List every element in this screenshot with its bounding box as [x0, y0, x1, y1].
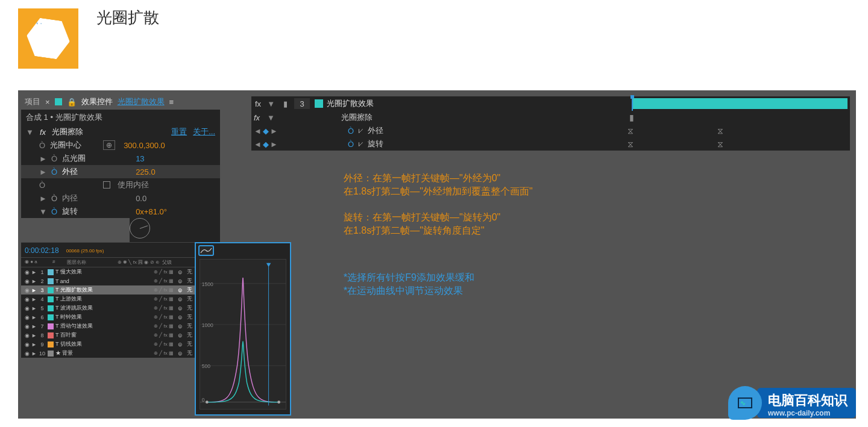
twirl-down-icon[interactable]: ▼: [39, 207, 46, 216]
graph-area[interactable]: 1500 1000 500 0: [200, 259, 286, 410]
layer-name[interactable]: T 时钟效果: [55, 313, 152, 321]
parent-select[interactable]: 无: [187, 313, 192, 321]
layer-row[interactable]: ◉ ► 6 T 时钟效果 ⊕ ╱ fx ▦ ⊚ 无: [21, 313, 196, 322]
keyframe-easy-ease-icon[interactable]: ⧖: [627, 140, 634, 148]
parent-select[interactable]: 无: [187, 349, 192, 357]
twirl-down-icon[interactable]: ▼: [267, 99, 275, 108]
visibility-icon[interactable]: ◉: [25, 351, 30, 357]
pickwhip-icon[interactable]: ⊚: [178, 314, 183, 320]
parent-select[interactable]: 无: [187, 277, 192, 285]
twirl-icon[interactable]: ►: [39, 167, 46, 176]
parent-select[interactable]: 无: [187, 268, 192, 276]
layer-switches[interactable]: ⊕ ╱ fx ▦: [154, 296, 174, 302]
twirl-icon[interactable]: ►: [31, 332, 37, 338]
keyframe-easy-ease-icon[interactable]: ⧖: [627, 127, 634, 134]
graph-editor-button[interactable]: [198, 245, 214, 256]
prop-value-center[interactable]: 300.0,300.0: [124, 141, 165, 150]
pickwhip-icon[interactable]: ⊚: [178, 287, 183, 293]
layer-row[interactable]: ◉ ► 3 T 光圈扩散效果 ⊕ ╱ fx ▦ ⊚ 无: [21, 285, 196, 295]
parent-select[interactable]: 无: [187, 286, 192, 294]
fx-badge[interactable]: fx: [254, 113, 267, 122]
layer-switches[interactable]: ⊕ ╱ fx ▦: [154, 332, 174, 338]
pickwhip-icon[interactable]: ⊚: [178, 278, 183, 284]
effect-name[interactable]: 光圈擦除: [341, 112, 373, 123]
twirl-icon[interactable]: ►: [31, 296, 37, 302]
reset-link[interactable]: 重置: [171, 126, 187, 137]
stopwatch-active-icon[interactable]: Ò: [348, 126, 354, 136]
pickwhip-icon[interactable]: ⊚: [178, 296, 183, 302]
layer-row[interactable]: ◉ ► 8 T 百叶窗 ⊕ ╱ fx ▦ ⊚ 无: [21, 331, 196, 340]
layer-name[interactable]: T 光圈扩散效果: [55, 286, 152, 294]
tab-project[interactable]: 项目: [25, 96, 40, 107]
keyframe-easy-ease-icon[interactable]: ⧖: [717, 127, 723, 134]
layer-name[interactable]: T 滑动匀速效果: [55, 322, 152, 330]
stopwatch-active-icon[interactable]: Ò: [51, 207, 57, 216]
layer-name[interactable]: T 波涛跳跃效果: [55, 304, 152, 312]
stopwatch-icon[interactable]: Ò: [51, 154, 57, 163]
layer-switches[interactable]: ⊕ ╱ fx ▦: [154, 269, 174, 275]
stopwatch-icon[interactable]: Ò: [39, 181, 45, 190]
layer-name[interactable]: T 百叶窗: [55, 331, 152, 339]
stopwatch-active-icon[interactable]: Ò: [348, 140, 354, 149]
layer-name[interactable]: T and: [55, 278, 152, 284]
close-icon[interactable]: ×: [45, 98, 50, 107]
twirl-icon[interactable]: ►: [31, 341, 37, 348]
twirl-icon[interactable]: ►: [39, 154, 46, 163]
rotation-dial[interactable]: [130, 218, 220, 242]
visibility-icon[interactable]: ◉: [25, 278, 30, 284]
parent-select[interactable]: 无: [187, 322, 192, 330]
kf-next-icon[interactable]: ►: [270, 140, 278, 149]
use-inner-checkbox[interactable]: [103, 181, 110, 189]
twirl-icon[interactable]: ►: [31, 287, 37, 293]
layer-row[interactable]: ◉ ► 10 ★ 背景 ⊕ ╱ fx ▦ ⊚ 无: [21, 349, 196, 358]
visibility-icon[interactable]: ◉: [25, 314, 30, 320]
visibility-icon[interactable]: ◉: [25, 341, 30, 348]
curve-icon[interactable]: ⩗: [357, 127, 364, 134]
prop-value-rotate[interactable]: 0x+81.0°: [136, 207, 167, 216]
kf-add-icon[interactable]: ◆: [263, 140, 269, 149]
crosshair-button[interactable]: ⊕: [103, 140, 115, 150]
curve-icon[interactable]: ⩗: [357, 140, 364, 148]
layer-name[interactable]: T 切线效果: [55, 340, 152, 348]
twirl-icon[interactable]: ►: [31, 314, 37, 320]
pickwhip-icon[interactable]: ⊚: [178, 269, 183, 275]
tab-effects[interactable]: 效果控件: [81, 96, 113, 107]
about-link[interactable]: 关于...: [193, 126, 215, 137]
parent-select[interactable]: 无: [187, 340, 192, 348]
pickwhip-icon[interactable]: ⊚: [178, 351, 183, 357]
parent-select[interactable]: 无: [187, 295, 192, 303]
layer-switches[interactable]: ⊕ ╱ fx ▦: [154, 278, 174, 284]
kf-next-icon[interactable]: ►: [270, 126, 278, 136]
twirl-down-icon[interactable]: ▼: [26, 128, 34, 137]
fx-column-icon[interactable]: fx: [251, 99, 265, 108]
twirl-icon[interactable]: ►: [31, 323, 37, 329]
layer-row[interactable]: ◉ ► 9 T 切线效果 ⊕ ╱ fx ▦ ⊚ 无: [21, 340, 196, 349]
active-comp-link[interactable]: 光圈扩散效果: [118, 96, 165, 107]
parent-select[interactable]: 无: [187, 331, 192, 339]
layer-switches[interactable]: ⊕ ╱ fx ▦: [154, 287, 174, 293]
layer-duration-bar[interactable]: [632, 98, 848, 109]
pickwhip-icon[interactable]: ⊚: [178, 323, 183, 329]
stopwatch-active-icon[interactable]: Ò: [51, 167, 57, 176]
visibility-icon[interactable]: ◉: [25, 323, 30, 329]
layer-row[interactable]: ◉ ► 7 T 滑动匀速效果 ⊕ ╱ fx ▦ ⊚ 无: [21, 322, 196, 331]
twirl-icon[interactable]: ►: [39, 194, 46, 203]
prop-value-points[interactable]: 13: [136, 154, 144, 163]
layer-switches[interactable]: ⊕ ╱ fx ▦: [154, 351, 174, 356]
panel-menu-icon[interactable]: ≡: [169, 98, 174, 107]
pickwhip-icon[interactable]: ⊚: [178, 305, 183, 311]
layer-switches[interactable]: ⊕ ╱ fx ▦: [154, 305, 174, 311]
layer-switches[interactable]: ⊕ ╱ fx ▦: [154, 323, 174, 329]
timeline-clip-row[interactable]: [620, 96, 850, 111]
timecode[interactable]: 0:00:02:18: [25, 246, 59, 255]
pickwhip-icon[interactable]: ⊚: [178, 332, 183, 338]
parent-select[interactable]: 无: [187, 304, 192, 312]
layer-row[interactable]: ◉ ► 4 T 上游效果 ⊕ ╱ fx ▦ ⊚ 无: [21, 295, 196, 304]
twirl-icon[interactable]: ►: [31, 269, 37, 275]
layer-name[interactable]: T 上游效果: [55, 295, 152, 303]
pickwhip-icon[interactable]: ⊚: [178, 341, 183, 348]
keyframe-easy-ease-icon[interactable]: ⧖: [717, 140, 723, 148]
timeline-kf-row-rotate[interactable]: ⧖ ⧖: [620, 137, 850, 151]
kf-prev-icon[interactable]: ◄: [254, 126, 262, 136]
timeline-kf-row-outer[interactable]: ⧖ ⧖: [620, 124, 850, 137]
